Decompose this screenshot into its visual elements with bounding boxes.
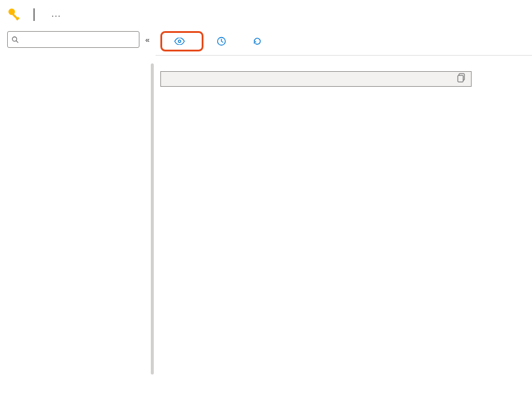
svg-rect-8 [458,75,463,82]
svg-point-5 [178,40,181,42]
key-hero-icon [7,7,23,23]
set-rotation-button[interactable] [208,33,239,50]
svg-line-4 [16,41,18,42]
refresh-button[interactable] [244,33,275,50]
search-input[interactable] [22,35,135,44]
refresh-icon [253,36,262,46]
page-title: | [29,6,39,22]
clock-icon [217,36,226,46]
more-actions-button[interactable]: ··· [51,6,61,22]
collapse-sidebar-button[interactable]: « [143,35,152,44]
search-icon [11,36,19,44]
page-header: | ··· [0,0,532,28]
search-input-wrapper[interactable] [7,31,139,48]
copy-account-name-button[interactable] [457,73,466,83]
sidebar-scrollbar[interactable] [151,63,154,374]
toolbar [156,28,532,56]
sidebar: « [0,28,156,408]
copy-icon [457,73,466,83]
eye-icon [174,38,185,45]
account-name-field[interactable] [160,71,472,87]
show-keys-button[interactable] [160,31,203,51]
svg-point-3 [13,36,17,41]
main-content [156,28,532,408]
